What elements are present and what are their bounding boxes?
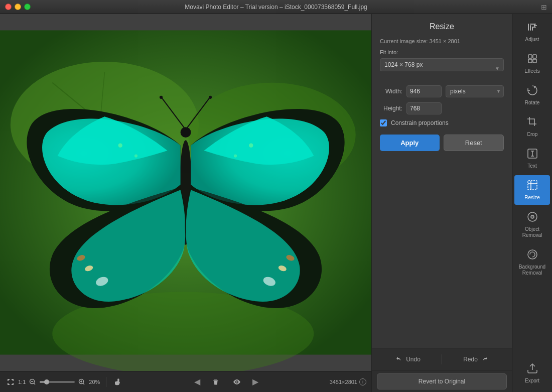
svg-rect-48 xyxy=(533,59,536,63)
constrain-row: Constrain proportions xyxy=(380,119,504,126)
resize-title: Resize xyxy=(380,22,504,31)
svg-rect-38 xyxy=(528,24,529,31)
svg-line-32 xyxy=(34,383,36,384)
svg-point-19 xyxy=(134,154,137,157)
bg-removal-icon xyxy=(526,248,538,262)
next-image-button[interactable]: ▶ xyxy=(252,377,258,386)
window-icon: ⊞ xyxy=(541,3,547,11)
apply-button[interactable]: Apply xyxy=(380,135,440,151)
svg-point-20 xyxy=(249,144,253,148)
height-input[interactable] xyxy=(406,102,442,114)
export-icon xyxy=(526,362,538,376)
height-label: Height: xyxy=(380,105,402,112)
sidebar-item-rotate[interactable]: Rotate xyxy=(514,80,550,110)
eye-button[interactable] xyxy=(231,376,242,387)
zoom-percent: 20% xyxy=(89,379,100,385)
maximize-button[interactable] xyxy=(24,4,31,10)
main-layout: 1:1 20% ◀ xyxy=(0,14,552,392)
svg-rect-42 xyxy=(532,27,533,31)
zoom-controls: 1:1 20% xyxy=(5,376,100,387)
text-icon xyxy=(526,148,538,161)
window-title: Movavi Photo Editor – Trial version – iS… xyxy=(185,4,367,11)
resize-panel: Resize Current image size: 3451 × 2801 F… xyxy=(372,14,512,348)
redo-button[interactable]: Redo xyxy=(444,353,507,366)
rotate-label: Rotate xyxy=(525,100,539,106)
crop-icon xyxy=(526,116,538,129)
svg-point-37 xyxy=(236,381,238,382)
unit-dropdown[interactable]: pixels cm inches % xyxy=(446,85,504,97)
sidebar-item-text[interactable]: Text xyxy=(514,144,550,173)
svg-rect-50 xyxy=(528,181,537,190)
window-controls xyxy=(5,4,31,10)
zoom-out-button[interactable] xyxy=(28,377,38,387)
sidebar-item-adjust[interactable]: Adjust xyxy=(514,17,550,47)
sidebar: Adjust Effects Rotate Crop xyxy=(512,14,552,392)
fit-into-label: Fit into: xyxy=(380,49,504,55)
svg-point-52 xyxy=(531,215,534,218)
revert-bar: Revert to Original xyxy=(372,370,512,392)
svg-rect-29 xyxy=(13,383,14,385)
titlebar: Movavi Photo Editor – Trial version – iS… xyxy=(0,0,552,14)
svg-rect-45 xyxy=(528,55,532,58)
fit-to-screen-button[interactable] xyxy=(5,376,16,387)
svg-rect-46 xyxy=(533,55,536,58)
minimize-button[interactable] xyxy=(15,4,21,10)
dimensions-label: 3451×2801 xyxy=(330,379,357,385)
prev-image-button[interactable]: ◀ xyxy=(194,377,200,386)
width-label: Width: xyxy=(380,88,402,95)
sidebar-item-resize[interactable]: Resize xyxy=(514,175,550,205)
sliders-icon xyxy=(526,21,538,35)
sidebar-item-effects[interactable]: Effects xyxy=(514,49,550,78)
close-button[interactable] xyxy=(5,4,12,10)
export-label: Export xyxy=(525,378,539,384)
unit-wrapper: pixels cm inches % ▼ xyxy=(446,85,504,97)
hand-tool-button[interactable] xyxy=(112,376,123,387)
adjust-label: Adjust xyxy=(525,37,539,43)
zoom-slider[interactable] xyxy=(40,381,75,383)
svg-rect-23 xyxy=(8,379,9,381)
sidebar-item-object-removal[interactable]: ObjectRemoval xyxy=(514,207,550,242)
sidebar-item-bg-removal[interactable]: BackgroundRemoval xyxy=(514,244,550,280)
svg-point-11 xyxy=(209,96,212,99)
bg-removal-label: BackgroundRemoval xyxy=(519,264,545,276)
zoom-ratio: 1:1 xyxy=(18,379,26,385)
undo-button[interactable]: Undo xyxy=(377,353,440,366)
revert-button[interactable]: Revert to Original xyxy=(377,373,507,389)
image-dimensions: 3451×2801 i xyxy=(330,378,366,385)
undo-divider xyxy=(442,354,442,364)
svg-rect-44 xyxy=(535,25,537,26)
svg-rect-40 xyxy=(530,25,531,31)
undo-bar: Undo Redo xyxy=(372,348,512,370)
butterfly-image xyxy=(0,14,371,371)
svg-rect-27 xyxy=(8,383,9,385)
object-removal-label: ObjectRemoval xyxy=(522,226,542,238)
canvas-area: 1:1 20% ◀ xyxy=(0,14,371,392)
object-removal-icon xyxy=(526,211,538,224)
fit-into-dropdown[interactable]: 1024 × 768 px 800 × 600 px 1280 × 720 px… xyxy=(380,58,504,71)
separator-1 xyxy=(106,377,106,387)
canvas-content[interactable] xyxy=(0,14,371,371)
svg-point-7 xyxy=(181,127,191,138)
sidebar-item-crop[interactable]: Crop xyxy=(514,112,550,142)
right-panel: Resize Current image size: 3451 × 2801 F… xyxy=(371,14,512,392)
fit-into-wrapper: 1024 × 768 px 800 × 600 px 1280 × 720 px… xyxy=(380,58,504,78)
sidebar-item-export[interactable]: Export xyxy=(514,358,550,388)
reset-button[interactable]: Reset xyxy=(444,135,504,151)
bottom-toolbar: 1:1 20% ◀ xyxy=(0,371,371,392)
height-row: Height: xyxy=(380,102,504,114)
zoom-in-button[interactable] xyxy=(77,377,87,387)
nav-arrows: ◀ ▶ xyxy=(127,376,325,387)
svg-point-18 xyxy=(118,144,122,148)
info-icon[interactable]: i xyxy=(359,378,366,385)
crop-label: Crop xyxy=(527,132,538,138)
width-row: Width: pixels cm inches % ▼ xyxy=(380,85,504,97)
svg-rect-25 xyxy=(13,379,14,381)
delete-button[interactable] xyxy=(210,376,221,387)
svg-rect-43 xyxy=(534,24,535,27)
constrain-checkbox[interactable] xyxy=(380,119,387,126)
effects-label: Effects xyxy=(524,68,539,74)
resize-label: Resize xyxy=(524,195,540,201)
svg-rect-47 xyxy=(528,59,532,63)
width-input[interactable] xyxy=(406,85,442,97)
current-size: Current image size: 3451 × 2801 xyxy=(380,38,504,44)
